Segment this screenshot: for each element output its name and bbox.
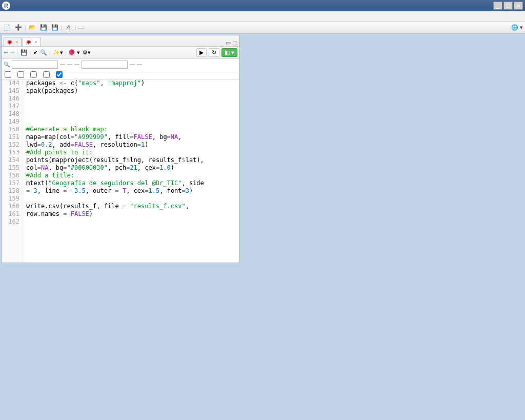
spellcheck-icon[interactable]: ✔ bbox=[33, 49, 38, 56]
menu-help[interactable] bbox=[76, 15, 84, 17]
replace-input[interactable] bbox=[82, 61, 128, 69]
window-titlebar: R _ ❐ ✕ bbox=[0, 0, 525, 11]
restore-button[interactable]: ❐ bbox=[503, 2, 513, 10]
replace-all-button[interactable] bbox=[137, 64, 142, 65]
source-tabs: ◉× ◉× ▭ ▢ bbox=[2, 35, 239, 47]
find-next-button[interactable] bbox=[60, 64, 65, 65]
forward-icon[interactable]: ➡ bbox=[10, 49, 15, 56]
opt-regex[interactable] bbox=[43, 71, 51, 78]
minimize-button[interactable]: _ bbox=[493, 2, 502, 10]
pane-max-icon[interactable]: ▢ bbox=[232, 39, 237, 46]
find-bar: 🔍 bbox=[2, 59, 239, 70]
find-all-button[interactable] bbox=[74, 64, 79, 65]
source-toolbar: ⬅ ➡ | 💾 | ✔ 🔍 | ✨▾ | 🧶 ▾ ⚙▾ ▶ ↻ ◧ ▾ bbox=[2, 47, 239, 59]
save-button[interactable]: 💾 bbox=[38, 23, 49, 32]
menu-plots[interactable] bbox=[35, 15, 43, 17]
rmd-icon: ◉ bbox=[26, 38, 31, 45]
menu-view[interactable] bbox=[27, 15, 35, 17]
find-prev-button[interactable] bbox=[67, 64, 72, 65]
new-project-button[interactable]: ➕ bbox=[13, 23, 24, 32]
menu-bar bbox=[0, 11, 525, 22]
wand-icon[interactable]: ✨▾ bbox=[53, 49, 63, 56]
close-tab-icon[interactable]: × bbox=[15, 39, 18, 45]
menu-build[interactable] bbox=[51, 15, 59, 17]
run-button[interactable]: ▶ bbox=[196, 48, 207, 57]
menu-file[interactable] bbox=[2, 15, 10, 17]
menu-session[interactable] bbox=[43, 15, 51, 17]
search-icon: 🔍 bbox=[4, 62, 10, 67]
opt-wholeword[interactable] bbox=[30, 71, 38, 78]
find-input[interactable] bbox=[12, 61, 58, 69]
menu-debug[interactable] bbox=[59, 15, 68, 17]
close-window-button[interactable]: ✕ bbox=[514, 2, 523, 10]
main-toolbar: 📄 ➕ | 📂 💾 💾 | 🖨 | 🌐 ▾ bbox=[0, 22, 525, 34]
replace-button[interactable] bbox=[130, 64, 135, 65]
find-options bbox=[2, 70, 239, 79]
line-gutter: 144 145 146 147 148 149 150 151 152 153 … bbox=[2, 79, 23, 263]
code-editor[interactable]: 144 145 146 147 148 149 150 151 152 153 … bbox=[2, 79, 239, 263]
app-logo: R bbox=[2, 2, 10, 10]
opt-wrap[interactable] bbox=[56, 71, 64, 78]
opt-inselection[interactable] bbox=[5, 71, 12, 78]
source-tab-1[interactable]: ◉× bbox=[4, 37, 22, 46]
save-all-button[interactable]: 💾 bbox=[50, 23, 60, 32]
opt-matchcase[interactable] bbox=[17, 71, 25, 78]
source-tab-2[interactable]: ◉× bbox=[23, 37, 41, 46]
menu-edit[interactable] bbox=[10, 15, 18, 17]
source-pane: ◉× ◉× ▭ ▢ ⬅ ➡ | 💾 | ✔ 🔍 | ✨▾ | 🧶 ▾ ⚙▾ ▶ … bbox=[1, 35, 240, 263]
rerun-button[interactable]: ↻ bbox=[209, 48, 219, 57]
goto-file-input[interactable] bbox=[77, 27, 85, 29]
menu-code[interactable] bbox=[18, 15, 27, 17]
rmd-icon: ◉ bbox=[7, 38, 12, 45]
print-button[interactable]: 🖨 bbox=[64, 23, 74, 32]
save-doc-icon[interactable]: 💾 bbox=[21, 49, 28, 56]
menu-tools[interactable] bbox=[68, 15, 76, 17]
chunks-button[interactable]: ◧ ▾ bbox=[221, 48, 237, 57]
settings-icon[interactable]: ⚙▾ bbox=[83, 49, 91, 56]
project-selector[interactable]: 🌐 ▾ bbox=[511, 24, 523, 31]
back-icon[interactable]: ⬅ bbox=[4, 49, 8, 56]
pane-min-icon[interactable]: ▭ bbox=[226, 39, 231, 46]
find-replace-icon[interactable]: 🔍 bbox=[40, 49, 47, 56]
knit-button[interactable]: 🧶 ▾ bbox=[68, 49, 80, 56]
new-file-button[interactable]: 📄 bbox=[2, 23, 12, 32]
code-body[interactable]: packages <- c("maps", "mapproj") ipak(pa… bbox=[23, 79, 204, 263]
open-file-button[interactable]: 📂 bbox=[27, 23, 37, 32]
close-tab-icon[interactable]: × bbox=[34, 39, 37, 45]
